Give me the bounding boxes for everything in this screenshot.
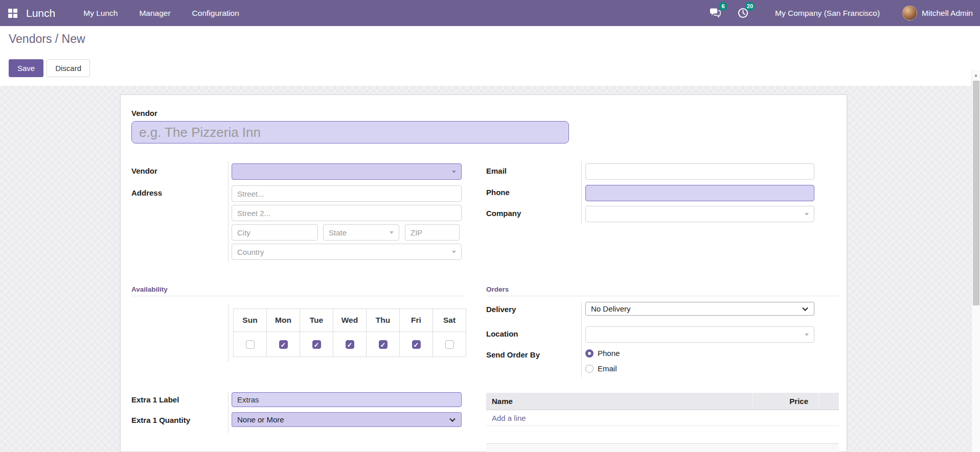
email-input[interactable] [585, 163, 814, 180]
extra1-label-label: Extra 1 Label [131, 395, 179, 404]
city-input[interactable] [232, 224, 318, 241]
send-order-email-option: Email [585, 364, 617, 373]
navbar-right: 6 20 My Company (San Francisco) Mitchell… [701, 6, 980, 21]
radio-email[interactable] [585, 365, 594, 373]
chat-icon [710, 8, 721, 18]
apps-grid-icon [7, 8, 18, 19]
extra1-quantity-select[interactable]: None or More [232, 412, 462, 427]
email-label: Email [486, 166, 507, 175]
availability-days-table: Sun Mon Tue Wed Thu Fri Sat [233, 308, 466, 357]
select-chevron-icon [449, 416, 455, 421]
vendor-form-sheet: Vendor Vendor Address State Country Emai… [120, 94, 847, 452]
day-header-mon: Mon [267, 309, 300, 332]
breadcrumb-separator: / [55, 32, 62, 45]
delivery-select[interactable]: No Delivery [585, 302, 814, 316]
orders-section-line [486, 296, 839, 296]
select-chevron-icon [802, 305, 808, 311]
right-group-separator [581, 161, 582, 224]
address-label: Address [131, 188, 162, 197]
vendor-field-label: Vendor [131, 166, 157, 175]
price-column-header: Price [753, 393, 818, 410]
availability-separator [228, 304, 229, 362]
breadcrumb-current: New [62, 32, 85, 45]
send-order-phone-option: Phone [585, 349, 620, 358]
delivery-select-value: No Delivery [591, 304, 631, 313]
actions-column-header [818, 393, 839, 410]
user-avatar[interactable] [902, 6, 917, 20]
radio-email-label[interactable]: Email [598, 364, 617, 373]
breadcrumb-vendors-link[interactable]: Vendors [9, 32, 52, 45]
menu-my-lunch[interactable]: My Lunch [73, 0, 128, 26]
radio-phone-label[interactable]: Phone [598, 349, 620, 358]
app-brand[interactable]: Lunch [26, 7, 55, 19]
breadcrumb: Vendors / New [9, 32, 85, 46]
vendor-name-label: Vendor [131, 109, 157, 117]
vendor-many2one[interactable] [232, 163, 462, 180]
day-header-sun: Sun [234, 309, 267, 332]
zip-input[interactable] [405, 224, 460, 241]
day-header-fri: Fri [400, 309, 433, 332]
menu-manager[interactable]: Manager [128, 0, 181, 26]
scrollbar-thumb[interactable] [973, 81, 979, 305]
scrollbar-up-arrow[interactable]: ▲ [972, 73, 980, 78]
radio-phone[interactable] [585, 349, 594, 358]
checkbox-sat[interactable] [445, 340, 454, 349]
extra1-label-input[interactable] [232, 392, 462, 407]
checkbox-mon[interactable] [279, 340, 288, 349]
save-button[interactable]: Save [9, 59, 43, 77]
street2-input[interactable] [232, 205, 462, 221]
checkbox-sun[interactable] [246, 340, 255, 349]
apps-menu-icon[interactable] [0, 0, 26, 26]
orders-separator [581, 302, 582, 377]
day-header-tue: Tue [300, 309, 333, 332]
dropdown-caret-icon [805, 213, 809, 216]
delivery-label: Delivery [486, 305, 516, 314]
company-switcher[interactable]: My Company (San Francisco) [775, 9, 880, 18]
days-header-row: Sun Mon Tue Wed Thu Fri Sat [234, 309, 466, 332]
user-menu[interactable]: Mitchell Admin [922, 9, 973, 18]
dropdown-caret-icon [390, 231, 394, 234]
extras-table-header: Name Price [486, 393, 839, 410]
dropdown-caret-icon [452, 251, 456, 253]
top-navbar: Lunch My Lunch Manager Configuration 6 2… [0, 0, 980, 26]
street-input[interactable] [232, 185, 462, 202]
day-header-wed: Wed [333, 309, 367, 332]
discard-button[interactable]: Discard [47, 59, 90, 77]
extra1-quantity-value: None or More [237, 415, 284, 424]
menu-configuration[interactable]: Configuration [181, 0, 250, 26]
messages-badge: 6 [719, 2, 727, 11]
form-view-background: Vendor Vendor Address State Country Emai… [0, 86, 980, 452]
checkbox-fri[interactable] [412, 340, 421, 349]
company-many2one[interactable] [585, 206, 814, 222]
checkbox-thu[interactable] [379, 340, 388, 349]
availability-section-title: Availability [131, 286, 168, 293]
location-many2one[interactable] [585, 326, 814, 343]
availability-section-line [131, 296, 464, 296]
day-header-thu: Thu [367, 309, 400, 332]
send-order-by-label: Send Order By [486, 350, 540, 359]
vendor-name-input[interactable] [131, 121, 569, 144]
extra1-quantity-label: Extra 1 Quantity [131, 416, 190, 424]
phone-input[interactable] [585, 185, 814, 201]
control-panel: Vendors / New Save Discard [0, 26, 980, 86]
checkbox-wed[interactable] [346, 340, 354, 349]
add-a-line-link[interactable]: Add a line [486, 410, 839, 426]
orders-section-title: Orders [486, 286, 509, 293]
messages-button[interactable]: 6 [708, 6, 723, 21]
company-label: Company [486, 209, 521, 218]
left-group-separator [228, 161, 229, 262]
vertical-scrollbar[interactable]: ▲ [971, 70, 980, 452]
extra1-separator [228, 392, 229, 433]
dropdown-caret-icon [452, 171, 456, 173]
form-action-buttons: Save Discard [9, 59, 90, 77]
location-label: Location [486, 329, 518, 338]
checkbox-tue[interactable] [312, 340, 321, 349]
extras-table-footer [486, 443, 839, 452]
country-placeholder: Country [237, 248, 264, 256]
country-many2one[interactable]: Country [232, 244, 462, 260]
day-header-sat: Sat [433, 309, 466, 332]
dropdown-caret-icon [805, 334, 809, 336]
phone-label: Phone [486, 188, 510, 197]
state-many2one[interactable]: State [323, 224, 399, 241]
activities-button[interactable]: 20 [735, 6, 750, 21]
